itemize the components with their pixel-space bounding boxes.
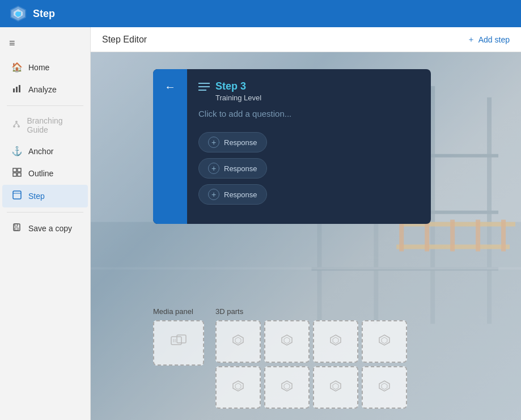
svg-rect-3 bbox=[16, 87, 18, 92]
sidebar: ≡ 🏠 Home Analyze Branching Guide ⚓ Ancho… bbox=[0, 27, 91, 420]
step-editor-header: Step Editor ＋ Add step bbox=[91, 27, 521, 52]
step-info: Step 3 Training Level bbox=[215, 80, 261, 102]
response-label-2: Response bbox=[224, 164, 257, 173]
svg-rect-32 bbox=[450, 220, 455, 252]
sidebar-item-branching-guide-label: Branching Guide bbox=[27, 116, 79, 134]
svg-rect-2 bbox=[13, 88, 15, 92]
sidebar-item-home-label: Home bbox=[28, 63, 49, 72]
sidebar-item-analyze[interactable]: Analyze bbox=[2, 78, 88, 101]
svg-marker-44 bbox=[235, 337, 241, 343]
main-layout: ≡ 🏠 Home Analyze Branching Guide ⚓ Ancho… bbox=[0, 27, 521, 420]
svg-rect-31 bbox=[425, 220, 429, 252]
svg-rect-34 bbox=[501, 220, 506, 252]
part-cell-8[interactable] bbox=[362, 366, 407, 409]
svg-rect-14 bbox=[13, 191, 21, 199]
svg-rect-12 bbox=[13, 173, 16, 176]
svg-rect-30 bbox=[399, 220, 404, 252]
topbar: Step bbox=[0, 0, 521, 27]
step-number: Step 3 bbox=[215, 80, 261, 92]
step-question-placeholder[interactable]: Click to add a question... bbox=[198, 109, 420, 118]
part-icon-3 bbox=[329, 334, 342, 349]
svg-line-8 bbox=[14, 123, 16, 125]
sidebar-item-branching-guide: Branching Guide bbox=[2, 111, 88, 140]
part-icon-5 bbox=[232, 380, 244, 395]
svg-marker-54 bbox=[284, 383, 290, 389]
response-plus-icon-2: + bbox=[208, 163, 219, 174]
branching-guide-icon bbox=[11, 120, 22, 131]
svg-point-5 bbox=[15, 121, 18, 123]
part-cell-6[interactable] bbox=[264, 366, 310, 409]
svg-marker-58 bbox=[382, 383, 387, 389]
svg-rect-35 bbox=[91, 267, 521, 269]
sidebar-item-home[interactable]: 🏠 Home bbox=[2, 56, 88, 78]
sidebar-item-step[interactable]: Step bbox=[2, 185, 88, 207]
svg-line-9 bbox=[16, 123, 19, 125]
part-cell-2[interactable] bbox=[264, 320, 310, 363]
sidebar-item-step-label: Step bbox=[28, 192, 45, 201]
step-editor-title: Step Editor bbox=[102, 35, 147, 45]
svg-point-7 bbox=[18, 125, 20, 128]
part-icon-7 bbox=[329, 380, 342, 395]
sidebar-divider-2 bbox=[7, 212, 83, 213]
svg-marker-56 bbox=[333, 383, 338, 389]
response-label-1: Response bbox=[224, 138, 257, 147]
step-subtitle: Training Level bbox=[215, 94, 261, 102]
step-card-content: Step 3 Training Level Click to add a que… bbox=[187, 69, 431, 224]
sidebar-item-save-copy[interactable]: Save a copy bbox=[2, 217, 88, 240]
media-panel-section: Media panel bbox=[153, 307, 204, 409]
part-cell-7[interactable] bbox=[313, 366, 358, 409]
save-copy-icon bbox=[11, 223, 23, 234]
svg-rect-39 bbox=[171, 337, 181, 345]
svg-marker-46 bbox=[284, 337, 290, 343]
svg-point-6 bbox=[13, 125, 15, 128]
parts-grid bbox=[215, 320, 407, 409]
bottom-panels: Media panel 3D parts bbox=[153, 307, 407, 409]
svg-rect-23 bbox=[430, 86, 435, 324]
part-icon-8 bbox=[378, 380, 391, 395]
sidebar-item-outline-label: Outline bbox=[28, 169, 53, 178]
svg-rect-33 bbox=[476, 220, 480, 252]
menu-icon[interactable]: ≡ bbox=[0, 33, 90, 56]
part-icon-2 bbox=[281, 334, 293, 349]
outline-icon bbox=[11, 168, 23, 179]
step-icon bbox=[11, 190, 23, 202]
media-panel-box[interactable] bbox=[153, 320, 204, 366]
svg-marker-52 bbox=[235, 383, 241, 389]
sidebar-divider-1 bbox=[7, 105, 83, 106]
response-button-1[interactable]: + Response bbox=[198, 132, 267, 152]
svg-marker-50 bbox=[382, 337, 387, 343]
svg-marker-48 bbox=[333, 337, 338, 343]
response-button-2[interactable]: + Response bbox=[198, 158, 267, 179]
parts-panel-section: 3D parts bbox=[215, 307, 407, 409]
part-cell-4[interactable] bbox=[362, 320, 407, 363]
response-label-3: Response bbox=[224, 190, 257, 199]
media-icon bbox=[171, 334, 187, 351]
app-logo bbox=[9, 5, 27, 23]
parts-panel-label: 3D parts bbox=[215, 307, 407, 316]
part-icon-1 bbox=[232, 334, 244, 349]
anchor-icon: ⚓ bbox=[11, 146, 23, 156]
add-step-button[interactable]: ＋ Add step bbox=[467, 35, 510, 45]
step-card: ← Step 3 Training Level Click to add a q… bbox=[153, 69, 431, 224]
sidebar-item-save-copy-label: Save a copy bbox=[28, 224, 72, 233]
part-cell-1[interactable] bbox=[215, 320, 261, 363]
home-icon: 🏠 bbox=[11, 62, 23, 73]
svg-rect-13 bbox=[18, 173, 21, 176]
back-arrow-icon[interactable]: ← bbox=[164, 80, 176, 94]
media-panel-label: Media panel bbox=[153, 307, 204, 316]
step-card-header: Step 3 Training Level bbox=[198, 80, 420, 102]
sidebar-item-anchor[interactable]: ⚓ Anchor bbox=[2, 140, 88, 162]
content-area: Step Editor ＋ Add step bbox=[91, 27, 521, 420]
response-button-3[interactable]: + Response bbox=[198, 184, 267, 205]
analyze-icon bbox=[11, 84, 23, 95]
background-area: ← Step 3 Training Level Click to add a q… bbox=[91, 52, 521, 420]
sidebar-item-outline[interactable]: Outline bbox=[2, 162, 88, 185]
part-icon-6 bbox=[281, 380, 293, 395]
svg-rect-4 bbox=[19, 85, 20, 92]
part-cell-3[interactable] bbox=[313, 320, 358, 363]
add-step-plus-icon: ＋ bbox=[467, 35, 475, 45]
step-card-back[interactable]: ← bbox=[153, 69, 187, 224]
svg-rect-10 bbox=[13, 168, 16, 172]
part-cell-5[interactable] bbox=[215, 366, 261, 409]
svg-rect-18 bbox=[15, 228, 18, 230]
